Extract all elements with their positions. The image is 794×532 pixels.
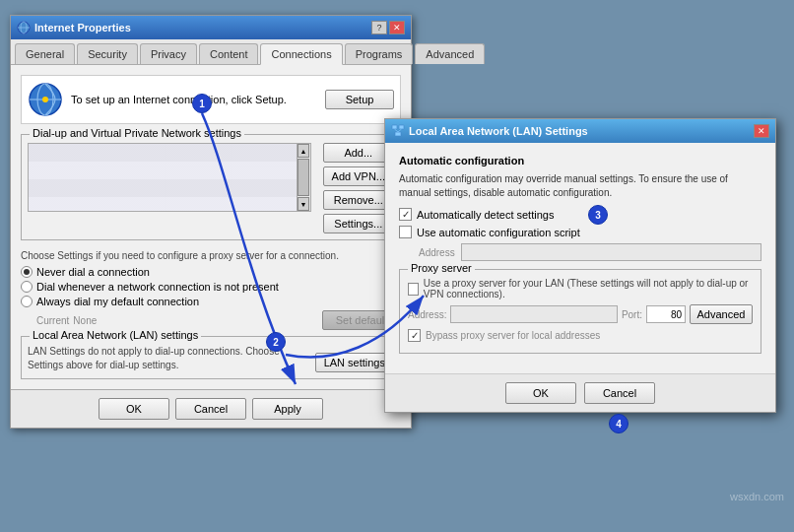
radio-never-dial-circle[interactable]	[21, 266, 33, 278]
lan-settings-button[interactable]: LAN settings	[315, 353, 394, 372]
radio-never-dial-label: Never dial a connection	[36, 266, 150, 278]
radio-dial-when[interactable]: Dial whenever a network connection is no…	[21, 281, 401, 293]
radio-always-dial[interactable]: Always dial my default connection	[21, 296, 401, 307]
auto-script-label: Use automatic configuration script	[417, 227, 580, 238]
tab-programs[interactable]: Programs	[345, 43, 414, 64]
titlebar-controls: ? ✕	[371, 21, 405, 34]
auto-detect-checkbox[interactable]	[399, 208, 412, 221]
step-badge-1: 1	[192, 94, 212, 113]
svg-line-11	[398, 129, 402, 132]
lan-ok-button[interactable]: OK	[505, 382, 576, 404]
tab-advanced[interactable]: Advanced	[415, 43, 485, 64]
scroll-down[interactable]: ▼	[298, 197, 309, 211]
lan-group: Local Area Network (LAN) settings LAN Se…	[21, 336, 401, 379]
tab-security[interactable]: Security	[77, 43, 138, 64]
setup-text: To set up an Internet connection, click …	[71, 94, 287, 105]
scroll-thumb[interactable]	[298, 159, 309, 196]
bypass-checkbox[interactable]	[408, 329, 421, 342]
radio-never-dial[interactable]: Never dial a connection	[21, 266, 401, 278]
proxy-checkbox-label: Use a proxy server for your LAN (These s…	[424, 278, 753, 299]
setup-button[interactable]: Setup	[325, 90, 394, 109]
step-badge-2: 2	[266, 332, 286, 352]
help-button[interactable]: ?	[371, 21, 387, 34]
auto-script-checkbox[interactable]	[399, 226, 412, 238]
proxy-port-input[interactable]	[646, 305, 686, 323]
proxy-port-label: Port:	[622, 309, 642, 320]
scroll-up[interactable]: ▲	[298, 144, 309, 158]
lan-dialog-title: Local Area Network (LAN) Settings	[409, 125, 588, 137]
radio-dial-when-circle[interactable]	[21, 281, 33, 293]
step-badge-4: 4	[609, 414, 629, 433]
step-badge-3: 3	[588, 205, 608, 225]
lan-dialog-bottom-buttons: OK Cancel	[385, 373, 775, 412]
current-label: Current	[36, 315, 69, 326]
cancel-button[interactable]: Cancel	[175, 398, 246, 420]
svg-rect-8	[399, 125, 404, 129]
current-row: Current None Set default	[36, 310, 401, 330]
internet-properties-dialog: Internet Properties ? ✕ General Security…	[10, 15, 412, 429]
svg-point-6	[42, 97, 48, 102]
svg-line-10	[395, 129, 399, 132]
listbox-scrollbar: ▲ ▼	[297, 144, 310, 211]
radio-always-dial-label: Always dial my default connection	[36, 296, 199, 307]
dial-up-group: Dial-up and Virtual Private Network sett…	[21, 134, 401, 240]
internet-props-titlebar: Internet Properties ? ✕	[11, 16, 411, 39]
bypass-label: Bypass proxy server for local addresses	[426, 330, 600, 341]
ok-button[interactable]: OK	[99, 398, 169, 420]
network-icon	[28, 82, 63, 117]
address-input[interactable]	[461, 243, 761, 261]
current-value: None	[73, 315, 97, 326]
dial-up-label: Dial-up and Virtual Private Network sett…	[30, 127, 244, 139]
dial-up-flex: ▲ ▼ Add... Add VPN... Remove... Settings…	[28, 143, 394, 233]
radio-dial-when-label: Dial whenever a network connection is no…	[36, 281, 279, 293]
proxy-server-label: Proxy server	[408, 262, 475, 274]
dial-up-list: ▲ ▼	[28, 143, 311, 216]
auto-config-description: Automatic configuration may override man…	[399, 172, 761, 200]
auto-script-row: Use automatic configuration script	[399, 226, 761, 238]
lan-group-label: Local Area Network (LAN) settings	[30, 329, 201, 341]
connections-tab-content: To set up an Internet connection, click …	[11, 65, 411, 389]
lan-dialog-titlebar: Local Area Network (LAN) Settings ✕	[385, 119, 775, 143]
lan-dialog-icon	[391, 124, 405, 138]
tabs-bar: General Security Privacy Content Connect…	[11, 39, 411, 65]
proxy-choose-text: Choose Settings if you need to configure…	[21, 250, 401, 261]
svg-rect-9	[395, 132, 401, 136]
tab-connections[interactable]: Connections	[260, 43, 342, 65]
lan-titlebar-controls: ✕	[754, 124, 769, 138]
tab-privacy[interactable]: Privacy	[140, 43, 197, 64]
lan-titlebar-left: Local Area Network (LAN) Settings	[391, 124, 588, 138]
tab-general[interactable]: General	[15, 43, 75, 64]
proxy-address-input[interactable]	[450, 305, 617, 323]
address-row: Address	[419, 243, 761, 261]
lan-content: LAN Settings do not apply to dial-up con…	[28, 345, 394, 372]
proxy-address-row: Address: Port: Advanced	[408, 304, 753, 324]
auto-detect-label: Automatically detect settings	[417, 209, 554, 221]
advanced-button[interactable]: Advanced	[690, 304, 753, 324]
lan-settings-dialog: Local Area Network (LAN) Settings ✕ Auto…	[384, 118, 776, 413]
proxy-choose-section: Choose Settings if you need to configure…	[21, 250, 401, 330]
radio-always-dial-circle[interactable]	[21, 296, 33, 307]
proxy-checkbox-row: Use a proxy server for your LAN (These s…	[408, 278, 753, 299]
address-label: Address	[419, 247, 455, 258]
close-button[interactable]: ✕	[389, 21, 405, 34]
watermark: wsxdn.com	[730, 491, 784, 502]
lan-cancel-button[interactable]: Cancel	[584, 382, 655, 404]
titlebar-left: Internet Properties	[17, 21, 131, 34]
dial-up-listbox[interactable]: ▲ ▼	[28, 143, 311, 212]
proxy-address-label: Address:	[408, 309, 446, 320]
internet-props-title: Internet Properties	[34, 22, 131, 33]
auto-detect-row: Automatically detect settings	[399, 208, 761, 221]
proxy-server-group: Proxy server Use a proxy server for your…	[399, 269, 761, 354]
bypass-row: Bypass proxy server for local addresses	[408, 329, 753, 342]
lan-dialog-content: Automatic configuration Automatic config…	[385, 143, 775, 373]
proxy-checkbox[interactable]	[408, 283, 419, 296]
auto-config-title: Automatic configuration	[399, 155, 761, 166]
apply-button[interactable]: Apply	[252, 398, 323, 420]
globe-icon	[17, 21, 31, 34]
svg-rect-7	[392, 125, 397, 129]
internet-props-bottom-buttons: OK Cancel Apply	[11, 389, 411, 428]
tab-content[interactable]: Content	[199, 43, 259, 64]
setup-icon-text: To set up an Internet connection, click …	[28, 82, 325, 117]
lan-close-button[interactable]: ✕	[754, 124, 769, 138]
